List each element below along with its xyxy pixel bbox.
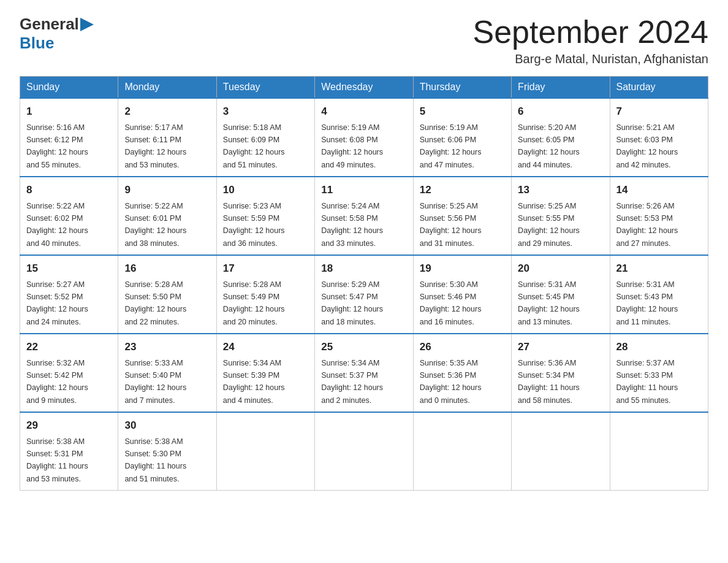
calendar-cell: 21Sunrise: 5:31 AMSunset: 5:43 PMDayligh… [610,255,708,334]
day-info: Sunrise: 5:25 AMSunset: 5:55 PMDaylight:… [518,202,580,248]
calendar-week-row: 15Sunrise: 5:27 AMSunset: 5:52 PMDayligh… [20,255,708,334]
calendar-cell [216,412,314,491]
calendar-cell: 23Sunrise: 5:33 AMSunset: 5:40 PMDayligh… [118,334,216,412]
logo-general-text: General [20,15,79,34]
col-header-thursday: Thursday [413,77,511,99]
day-info: Sunrise: 5:26 AMSunset: 5:53 PMDaylight:… [616,202,678,248]
day-info: Sunrise: 5:36 AMSunset: 5:34 PMDaylight:… [518,359,580,405]
day-number: 4 [321,104,406,120]
calendar-cell: 6Sunrise: 5:20 AMSunset: 6:05 PMDaylight… [512,98,610,177]
day-info: Sunrise: 5:32 AMSunset: 5:42 PMDaylight:… [26,359,88,405]
day-info: Sunrise: 5:30 AMSunset: 5:46 PMDaylight:… [420,280,482,326]
calendar-cell [610,412,708,491]
day-number: 26 [420,339,505,355]
col-header-monday: Monday [118,77,216,99]
day-info: Sunrise: 5:34 AMSunset: 5:37 PMDaylight:… [321,359,383,405]
title-block: September 2024 Barg-e Matal, Nuristan, A… [473,15,709,66]
logo-blue-text: Blue [20,34,54,52]
calendar-cell: 11Sunrise: 5:24 AMSunset: 5:58 PMDayligh… [315,177,413,255]
day-number: 24 [223,339,308,355]
calendar-cell: 26Sunrise: 5:35 AMSunset: 5:36 PMDayligh… [413,334,511,412]
col-header-sunday: Sunday [20,77,118,99]
day-number: 6 [518,104,603,120]
calendar-cell: 17Sunrise: 5:28 AMSunset: 5:49 PMDayligh… [216,255,314,334]
calendar-cell: 30Sunrise: 5:38 AMSunset: 5:30 PMDayligh… [118,412,216,491]
day-info: Sunrise: 5:18 AMSunset: 6:09 PMDaylight:… [223,123,285,169]
calendar-header-row: SundayMondayTuesdayWednesdayThursdayFrid… [20,77,708,99]
day-info: Sunrise: 5:19 AMSunset: 6:08 PMDaylight:… [321,123,383,169]
day-number: 8 [26,182,112,198]
calendar-cell: 28Sunrise: 5:37 AMSunset: 5:33 PMDayligh… [610,334,708,412]
calendar-cell: 7Sunrise: 5:21 AMSunset: 6:03 PMDaylight… [610,98,708,177]
day-info: Sunrise: 5:38 AMSunset: 5:30 PMDaylight:… [124,437,186,483]
calendar-cell [413,412,511,491]
day-number: 3 [223,104,308,120]
day-number: 10 [223,182,308,198]
day-info: Sunrise: 5:21 AMSunset: 6:03 PMDaylight:… [616,123,678,169]
day-info: Sunrise: 5:25 AMSunset: 5:56 PMDaylight:… [420,202,482,248]
day-info: Sunrise: 5:28 AMSunset: 5:50 PMDaylight:… [124,280,186,326]
calendar-cell: 10Sunrise: 5:23 AMSunset: 5:59 PMDayligh… [216,177,314,255]
calendar-cell: 27Sunrise: 5:36 AMSunset: 5:34 PMDayligh… [512,334,610,412]
day-number: 7 [616,104,702,120]
page-header: General Blue September 2024 Barg-e Matal… [20,15,708,66]
calendar-cell [315,412,413,491]
day-number: 12 [420,182,505,198]
calendar-table: SundayMondayTuesdayWednesdayThursdayFrid… [20,76,708,491]
calendar-cell: 25Sunrise: 5:34 AMSunset: 5:37 PMDayligh… [315,334,413,412]
day-number: 18 [321,261,406,277]
logo-icon [80,17,94,33]
day-info: Sunrise: 5:34 AMSunset: 5:39 PMDaylight:… [223,359,285,405]
calendar-cell: 2Sunrise: 5:17 AMSunset: 6:11 PMDaylight… [118,98,216,177]
calendar-week-row: 22Sunrise: 5:32 AMSunset: 5:42 PMDayligh… [20,334,708,412]
calendar-cell: 20Sunrise: 5:31 AMSunset: 5:45 PMDayligh… [512,255,610,334]
day-info: Sunrise: 5:19 AMSunset: 6:06 PMDaylight:… [420,123,482,169]
day-info: Sunrise: 5:17 AMSunset: 6:11 PMDaylight:… [124,123,186,169]
calendar-cell: 15Sunrise: 5:27 AMSunset: 5:52 PMDayligh… [20,255,118,334]
calendar-cell [512,412,610,491]
calendar-cell: 29Sunrise: 5:38 AMSunset: 5:31 PMDayligh… [20,412,118,491]
calendar-cell: 24Sunrise: 5:34 AMSunset: 5:39 PMDayligh… [216,334,314,412]
day-number: 23 [124,339,210,355]
day-number: 27 [518,339,603,355]
calendar-cell: 16Sunrise: 5:28 AMSunset: 5:50 PMDayligh… [118,255,216,334]
day-info: Sunrise: 5:20 AMSunset: 6:05 PMDaylight:… [518,123,580,169]
calendar-cell: 14Sunrise: 5:26 AMSunset: 5:53 PMDayligh… [610,177,708,255]
day-info: Sunrise: 5:38 AMSunset: 5:31 PMDaylight:… [26,437,88,483]
day-number: 13 [518,182,603,198]
day-info: Sunrise: 5:27 AMSunset: 5:52 PMDaylight:… [26,280,88,326]
day-number: 15 [26,261,112,277]
col-header-wednesday: Wednesday [315,77,413,99]
calendar-cell: 8Sunrise: 5:22 AMSunset: 6:02 PMDaylight… [20,177,118,255]
location-subtitle: Barg-e Matal, Nuristan, Afghanistan [473,52,709,66]
calendar-week-row: 1Sunrise: 5:16 AMSunset: 6:12 PMDaylight… [20,98,708,177]
day-number: 2 [124,104,210,120]
day-number: 5 [420,104,505,120]
day-info: Sunrise: 5:16 AMSunset: 6:12 PMDaylight:… [26,123,88,169]
day-number: 21 [616,261,702,277]
day-info: Sunrise: 5:31 AMSunset: 5:43 PMDaylight:… [616,280,678,326]
logo: General Blue [20,15,94,53]
day-info: Sunrise: 5:28 AMSunset: 5:49 PMDaylight:… [223,280,285,326]
day-info: Sunrise: 5:29 AMSunset: 5:47 PMDaylight:… [321,280,383,326]
day-info: Sunrise: 5:23 AMSunset: 5:59 PMDaylight:… [223,202,285,248]
day-info: Sunrise: 5:33 AMSunset: 5:40 PMDaylight:… [124,359,186,405]
day-info: Sunrise: 5:24 AMSunset: 5:58 PMDaylight:… [321,202,383,248]
calendar-cell: 19Sunrise: 5:30 AMSunset: 5:46 PMDayligh… [413,255,511,334]
calendar-cell: 18Sunrise: 5:29 AMSunset: 5:47 PMDayligh… [315,255,413,334]
day-number: 17 [223,261,308,277]
day-number: 9 [124,182,210,198]
day-info: Sunrise: 5:37 AMSunset: 5:33 PMDaylight:… [616,359,678,405]
day-info: Sunrise: 5:22 AMSunset: 6:02 PMDaylight:… [26,202,88,248]
day-number: 14 [616,182,702,198]
calendar-cell: 22Sunrise: 5:32 AMSunset: 5:42 PMDayligh… [20,334,118,412]
col-header-tuesday: Tuesday [216,77,314,99]
day-number: 1 [26,104,112,120]
calendar-cell: 3Sunrise: 5:18 AMSunset: 6:09 PMDaylight… [216,98,314,177]
day-number: 16 [124,261,210,277]
calendar-week-row: 29Sunrise: 5:38 AMSunset: 5:31 PMDayligh… [20,412,708,491]
day-number: 20 [518,261,603,277]
col-header-saturday: Saturday [610,77,708,99]
calendar-week-row: 8Sunrise: 5:22 AMSunset: 6:02 PMDaylight… [20,177,708,255]
day-number: 30 [124,418,210,434]
